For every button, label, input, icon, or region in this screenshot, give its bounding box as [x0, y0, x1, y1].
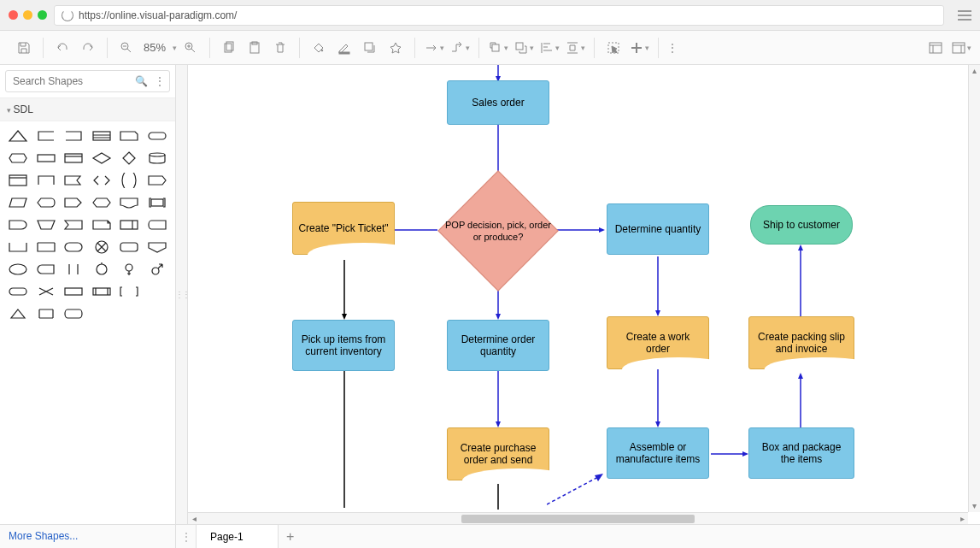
node-assemble[interactable]: Assemble or manufacture items: [607, 427, 709, 479]
shape-document[interactable]: [118, 195, 140, 210]
canvas-viewport[interactable]: Sales order POP decision, pick, order or…: [188, 65, 980, 524]
shape-trapezoid-down[interactable]: [35, 217, 57, 233]
shape-barrel[interactable]: [62, 306, 85, 321]
scroll-up-icon[interactable]: ▴: [969, 65, 980, 77]
add-button[interactable]: ▾: [627, 36, 651, 60]
shape-table[interactable]: [91, 128, 113, 144]
shape-cylinder[interactable]: [146, 150, 168, 166]
distribute-button[interactable]: ▾: [563, 36, 587, 60]
style-button[interactable]: [384, 36, 408, 60]
align-button[interactable]: ▾: [537, 36, 561, 60]
shape-lens[interactable]: [118, 173, 140, 188]
scrollbar-thumb-h[interactable]: [461, 515, 695, 523]
delete-button[interactable]: [268, 36, 292, 60]
shape-open-top[interactable]: [35, 239, 57, 255]
node-ship-customer[interactable]: Ship to customer: [750, 205, 853, 245]
save-button[interactable]: [12, 36, 36, 60]
shape-display[interactable]: [35, 195, 57, 210]
shape-female[interactable]: [118, 262, 140, 277]
shape-subprocess[interactable]: [91, 284, 113, 299]
maximize-window-button[interactable]: [38, 10, 47, 20]
shape-data[interactable]: [146, 217, 168, 233]
shape-rect-top[interactable]: [62, 150, 85, 166]
select-mode-button[interactable]: [601, 36, 625, 60]
scroll-down-icon[interactable]: ▾: [969, 500, 980, 512]
tab-page-1[interactable]: Page-1: [197, 525, 279, 548]
shape-terminator[interactable]: [146, 128, 168, 144]
shape-flag[interactable]: [62, 173, 85, 188]
sidebar-splitter[interactable]: ⋮⋮: [176, 65, 188, 524]
search-icon[interactable]: 🔍: [135, 75, 148, 87]
shape-rounded[interactable]: [118, 239, 140, 255]
category-header-sdl[interactable]: SDL: [0, 98, 175, 121]
undo-button[interactable]: [50, 36, 74, 60]
shape-cross[interactable]: [35, 284, 57, 299]
browser-menu-icon[interactable]: [958, 10, 971, 21]
shape-capsule[interactable]: [7, 284, 29, 299]
outline-panel-button[interactable]: [924, 36, 948, 60]
fill-color-button[interactable]: [307, 36, 331, 60]
node-pickup-items[interactable]: Pick up items from current inventory: [292, 320, 395, 371]
node-determine-order-qty[interactable]: Determine order quantity: [447, 320, 549, 371]
zoom-dropdown-icon[interactable]: ▾: [173, 44, 177, 52]
search-menu-icon[interactable]: ⋮: [155, 75, 165, 87]
shape-parallelogram[interactable]: [7, 195, 29, 210]
zoom-in-button[interactable]: [179, 36, 202, 60]
shape-notch[interactable]: [91, 217, 113, 233]
shape-signal-out[interactable]: [146, 173, 168, 188]
close-window-button[interactable]: [9, 10, 18, 20]
shape-male[interactable]: [146, 262, 168, 277]
shape-offpage[interactable]: [146, 239, 168, 255]
shape-rect[interactable]: [35, 150, 57, 166]
shape-pill[interactable]: [62, 239, 85, 255]
format-panel-button[interactable]: ▾: [949, 36, 973, 60]
shape-open-rect-right[interactable]: [62, 128, 85, 144]
shape-circle-x[interactable]: [91, 239, 113, 255]
node-pick-ticket[interactable]: Create "Pick Ticket": [292, 202, 395, 255]
zoom-level[interactable]: 85%: [140, 41, 169, 54]
redo-button[interactable]: [76, 36, 100, 60]
shape-vbrackets[interactable]: [62, 262, 85, 277]
shape-brackets[interactable]: [146, 195, 168, 210]
node-create-work-order[interactable]: Create a work order: [607, 316, 709, 369]
horizontal-scrollbar[interactable]: ◂ ▸: [188, 512, 968, 524]
shape-open-rect[interactable]: [7, 239, 29, 255]
shape-rect-header[interactable]: [7, 173, 29, 188]
shape-rect-vbar[interactable]: [118, 217, 140, 233]
node-pop-decision[interactable]: POP decision, pick, order or produce?: [438, 171, 558, 291]
shape-process[interactable]: [62, 284, 85, 299]
shape-stadium[interactable]: [35, 262, 57, 277]
shape-triangle[interactable]: [7, 128, 29, 144]
add-page-button[interactable]: +: [279, 525, 302, 548]
shape-bracket-rect[interactable]: [118, 284, 140, 299]
shape-open-lr[interactable]: [35, 306, 57, 321]
shape-card[interactable]: [118, 128, 140, 144]
scroll-right-icon[interactable]: ▸: [956, 514, 968, 523]
shape-hexagon[interactable]: [7, 150, 29, 166]
node-packing-slip[interactable]: Create packing slip and invoice: [748, 316, 854, 369]
node-purchase-order[interactable]: Create purchase order and send: [447, 427, 549, 480]
reload-icon[interactable]: [62, 9, 73, 21]
shape-diamond[interactable]: [118, 150, 140, 166]
diagram-canvas[interactable]: Sales order POP decision, pick, order or…: [188, 65, 980, 524]
minimize-window-button[interactable]: [23, 10, 32, 20]
paste-button[interactable]: [243, 36, 267, 60]
to-front-button[interactable]: ▾: [486, 36, 510, 60]
more-shapes-button[interactable]: More Shapes...: [0, 525, 176, 548]
to-back-button[interactable]: ▾: [512, 36, 536, 60]
shape-angle-brackets[interactable]: [91, 173, 113, 188]
url-bar[interactable]: https://online.visual-paradigm.com/: [54, 5, 944, 26]
shape-empty1[interactable]: [146, 284, 168, 299]
node-box-package[interactable]: Box and package the items: [748, 427, 854, 479]
shape-ellipse[interactable]: [7, 262, 29, 277]
node-determine-quantity[interactable]: Determine quantity: [607, 203, 709, 255]
shape-signal-in[interactable]: [62, 217, 85, 233]
waypoint-button[interactable]: ▾: [448, 36, 472, 60]
shape-triangle-small[interactable]: [7, 306, 29, 321]
shape-lozenge[interactable]: [91, 195, 113, 210]
shape-open-bottom[interactable]: [35, 173, 57, 188]
more-options-icon[interactable]: ⋮: [660, 36, 684, 60]
node-sales-order[interactable]: Sales order: [447, 80, 549, 125]
scroll-left-icon[interactable]: ◂: [188, 514, 200, 523]
tab-menu-icon[interactable]: ⋮: [176, 525, 197, 548]
